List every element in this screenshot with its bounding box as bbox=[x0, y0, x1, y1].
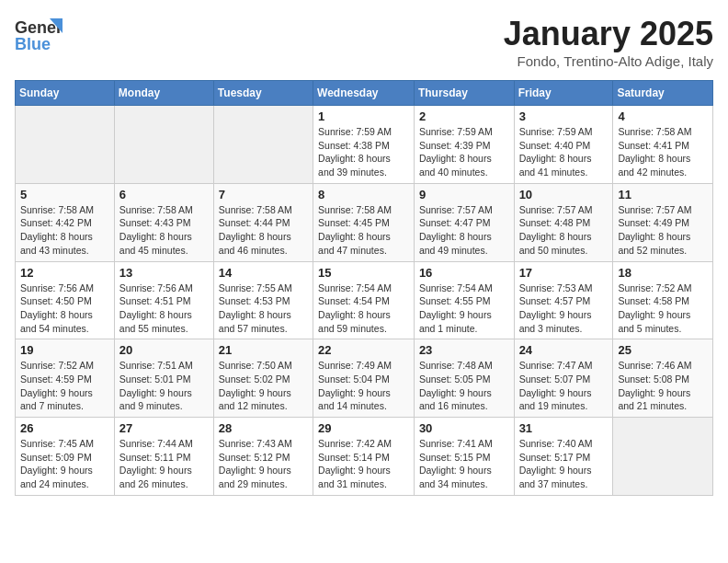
table-row: 26Sunrise: 7:45 AM Sunset: 5:09 PM Dayli… bbox=[16, 418, 115, 496]
logo: General Blue bbox=[15, 15, 63, 55]
table-row: 8Sunrise: 7:58 AM Sunset: 4:45 PM Daylig… bbox=[313, 183, 415, 261]
cell-date: 14 bbox=[219, 266, 308, 280]
table-row: 12Sunrise: 7:56 AM Sunset: 4:50 PM Dayli… bbox=[16, 261, 115, 339]
cell-info: Sunrise: 7:50 AM Sunset: 5:02 PM Dayligh… bbox=[219, 359, 308, 413]
cell-info: Sunrise: 7:47 AM Sunset: 5:07 PM Dayligh… bbox=[519, 359, 609, 413]
cell-date: 2 bbox=[419, 109, 509, 123]
cell-info: Sunrise: 7:53 AM Sunset: 4:57 PM Dayligh… bbox=[519, 282, 609, 336]
cell-info: Sunrise: 7:56 AM Sunset: 4:51 PM Dayligh… bbox=[119, 282, 209, 336]
cell-info: Sunrise: 7:51 AM Sunset: 5:01 PM Dayligh… bbox=[119, 359, 209, 413]
cell-info: Sunrise: 7:44 AM Sunset: 5:11 PM Dayligh… bbox=[119, 437, 209, 491]
cell-date: 18 bbox=[618, 266, 708, 280]
table-row: 2Sunrise: 7:59 AM Sunset: 4:39 PM Daylig… bbox=[414, 106, 514, 184]
table-row: 11Sunrise: 7:57 AM Sunset: 4:49 PM Dayli… bbox=[613, 183, 713, 261]
cell-info: Sunrise: 7:48 AM Sunset: 5:05 PM Dayligh… bbox=[419, 359, 509, 413]
table-row bbox=[613, 418, 713, 496]
cell-date: 29 bbox=[318, 421, 409, 435]
table-row: 21Sunrise: 7:50 AM Sunset: 5:02 PM Dayli… bbox=[213, 339, 313, 418]
cell-date: 17 bbox=[519, 266, 609, 280]
table-row: 15Sunrise: 7:54 AM Sunset: 4:54 PM Dayli… bbox=[313, 261, 415, 339]
table-row bbox=[114, 106, 213, 184]
cell-date: 23 bbox=[419, 343, 509, 357]
cell-date: 28 bbox=[219, 421, 308, 435]
header-wednesday: Wednesday bbox=[313, 81, 415, 106]
title-block: January 2025 Fondo, Trentino-Alto Adige,… bbox=[504, 15, 713, 69]
cell-date: 27 bbox=[119, 421, 209, 435]
table-row: 4Sunrise: 7:58 AM Sunset: 4:41 PM Daylig… bbox=[613, 106, 713, 184]
cell-info: Sunrise: 7:49 AM Sunset: 5:04 PM Dayligh… bbox=[318, 359, 409, 413]
table-row: 23Sunrise: 7:48 AM Sunset: 5:05 PM Dayli… bbox=[414, 339, 514, 418]
cell-date: 3 bbox=[519, 109, 609, 123]
cell-date: 25 bbox=[618, 343, 708, 357]
table-row: 28Sunrise: 7:43 AM Sunset: 5:12 PM Dayli… bbox=[213, 418, 313, 496]
header-tuesday: Tuesday bbox=[213, 81, 313, 106]
header-saturday: Saturday bbox=[613, 81, 713, 106]
cell-date: 20 bbox=[119, 343, 209, 357]
calendar-body: 1Sunrise: 7:59 AM Sunset: 4:38 PM Daylig… bbox=[16, 106, 713, 496]
cell-date: 8 bbox=[318, 188, 409, 201]
table-row: 27Sunrise: 7:44 AM Sunset: 5:11 PM Dayli… bbox=[114, 418, 213, 496]
table-row: 29Sunrise: 7:42 AM Sunset: 5:14 PM Dayli… bbox=[313, 418, 415, 496]
calendar-table: Sunday Monday Tuesday Wednesday Thursday… bbox=[15, 80, 713, 496]
cell-date: 22 bbox=[318, 343, 409, 357]
cell-info: Sunrise: 7:45 AM Sunset: 5:09 PM Dayligh… bbox=[20, 437, 109, 491]
cell-info: Sunrise: 7:41 AM Sunset: 5:15 PM Dayligh… bbox=[419, 437, 509, 491]
page-header: General Blue January 2025 Fondo, Trentin… bbox=[15, 15, 713, 69]
table-row: 13Sunrise: 7:56 AM Sunset: 4:51 PM Dayli… bbox=[114, 261, 213, 339]
cell-date: 31 bbox=[519, 421, 609, 435]
table-row bbox=[16, 106, 115, 184]
table-row: 1Sunrise: 7:59 AM Sunset: 4:38 PM Daylig… bbox=[313, 106, 415, 184]
calendar-header: Sunday Monday Tuesday Wednesday Thursday… bbox=[16, 81, 713, 106]
cell-info: Sunrise: 7:57 AM Sunset: 4:48 PM Dayligh… bbox=[519, 203, 609, 258]
cell-date: 10 bbox=[519, 188, 609, 201]
header-monday: Monday bbox=[114, 81, 213, 106]
cell-date: 11 bbox=[618, 188, 708, 201]
table-row: 3Sunrise: 7:59 AM Sunset: 4:40 PM Daylig… bbox=[514, 106, 613, 184]
table-row: 6Sunrise: 7:58 AM Sunset: 4:43 PM Daylig… bbox=[114, 183, 213, 261]
cell-info: Sunrise: 7:55 AM Sunset: 4:53 PM Dayligh… bbox=[219, 282, 308, 336]
cell-info: Sunrise: 7:58 AM Sunset: 4:42 PM Dayligh… bbox=[20, 203, 109, 258]
cell-info: Sunrise: 7:58 AM Sunset: 4:45 PM Dayligh… bbox=[318, 203, 409, 258]
table-row: 9Sunrise: 7:57 AM Sunset: 4:47 PM Daylig… bbox=[414, 183, 514, 261]
cell-date: 5 bbox=[20, 188, 109, 201]
header-friday: Friday bbox=[514, 81, 613, 106]
table-row: 24Sunrise: 7:47 AM Sunset: 5:07 PM Dayli… bbox=[514, 339, 613, 418]
page-subtitle: Fondo, Trentino-Alto Adige, Italy bbox=[504, 53, 713, 69]
cell-date: 16 bbox=[419, 266, 509, 280]
table-row: 16Sunrise: 7:54 AM Sunset: 4:55 PM Dayli… bbox=[414, 261, 514, 339]
table-row: 18Sunrise: 7:52 AM Sunset: 4:58 PM Dayli… bbox=[613, 261, 713, 339]
table-row: 30Sunrise: 7:41 AM Sunset: 5:15 PM Dayli… bbox=[414, 418, 514, 496]
cell-info: Sunrise: 7:59 AM Sunset: 4:38 PM Dayligh… bbox=[318, 125, 409, 179]
cell-date: 13 bbox=[119, 266, 209, 280]
table-row: 5Sunrise: 7:58 AM Sunset: 4:42 PM Daylig… bbox=[16, 183, 115, 261]
cell-info: Sunrise: 7:56 AM Sunset: 4:50 PM Dayligh… bbox=[20, 282, 109, 336]
table-row: 19Sunrise: 7:52 AM Sunset: 4:59 PM Dayli… bbox=[16, 339, 115, 418]
cell-info: Sunrise: 7:43 AM Sunset: 5:12 PM Dayligh… bbox=[219, 437, 308, 491]
cell-info: Sunrise: 7:52 AM Sunset: 4:58 PM Dayligh… bbox=[618, 282, 708, 336]
cell-info: Sunrise: 7:59 AM Sunset: 4:40 PM Dayligh… bbox=[519, 125, 609, 179]
cell-info: Sunrise: 7:58 AM Sunset: 4:43 PM Dayligh… bbox=[119, 203, 209, 258]
cell-info: Sunrise: 7:59 AM Sunset: 4:39 PM Dayligh… bbox=[419, 125, 509, 179]
cell-date: 9 bbox=[419, 188, 509, 201]
cell-date: 24 bbox=[519, 343, 609, 357]
cell-date: 6 bbox=[119, 188, 209, 201]
svg-text:Blue: Blue bbox=[15, 35, 51, 53]
cell-date: 12 bbox=[20, 266, 109, 280]
cell-info: Sunrise: 7:54 AM Sunset: 4:55 PM Dayligh… bbox=[419, 282, 509, 336]
cell-info: Sunrise: 7:57 AM Sunset: 4:47 PM Dayligh… bbox=[419, 203, 509, 258]
page-title: January 2025 bbox=[504, 15, 713, 53]
cell-date: 7 bbox=[219, 188, 308, 201]
cell-date: 30 bbox=[419, 421, 509, 435]
cell-date: 26 bbox=[20, 421, 109, 435]
cell-date: 15 bbox=[318, 266, 409, 280]
cell-date: 21 bbox=[219, 343, 308, 357]
table-row: 17Sunrise: 7:53 AM Sunset: 4:57 PM Dayli… bbox=[514, 261, 613, 339]
cell-info: Sunrise: 7:58 AM Sunset: 4:44 PM Dayligh… bbox=[219, 203, 308, 258]
cell-info: Sunrise: 7:46 AM Sunset: 5:08 PM Dayligh… bbox=[618, 359, 708, 413]
cell-date: 4 bbox=[618, 109, 708, 123]
table-row: 31Sunrise: 7:40 AM Sunset: 5:17 PM Dayli… bbox=[514, 418, 613, 496]
cell-info: Sunrise: 7:42 AM Sunset: 5:14 PM Dayligh… bbox=[318, 437, 409, 491]
cell-info: Sunrise: 7:57 AM Sunset: 4:49 PM Dayligh… bbox=[618, 203, 708, 258]
logo-icon: General Blue bbox=[15, 15, 63, 55]
table-row: 20Sunrise: 7:51 AM Sunset: 5:01 PM Dayli… bbox=[114, 339, 213, 418]
